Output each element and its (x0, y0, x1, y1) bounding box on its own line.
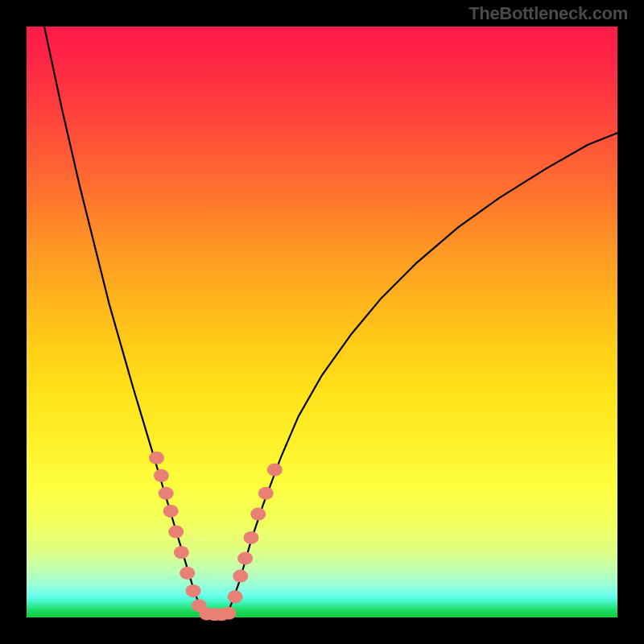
bead (163, 505, 179, 518)
bead (250, 508, 266, 521)
bead (180, 567, 195, 580)
bead (159, 487, 174, 500)
plot-area (27, 27, 617, 617)
bead (168, 526, 184, 539)
chart-svg (27, 27, 617, 617)
bead (267, 464, 283, 477)
bead (228, 590, 243, 603)
curve-right (228, 133, 617, 614)
bead (233, 570, 248, 583)
bead (185, 584, 200, 597)
curve-group (44, 27, 617, 616)
watermark-text: TheBottleneck.com (469, 3, 628, 24)
bead (221, 607, 237, 620)
bead (149, 452, 164, 464)
beads-group (149, 452, 283, 621)
bead (258, 487, 274, 500)
bead (174, 546, 189, 559)
bead (154, 469, 169, 482)
bead (243, 531, 258, 544)
bead (237, 552, 253, 565)
chart-stage: TheBottleneck.com (0, 0, 644, 644)
